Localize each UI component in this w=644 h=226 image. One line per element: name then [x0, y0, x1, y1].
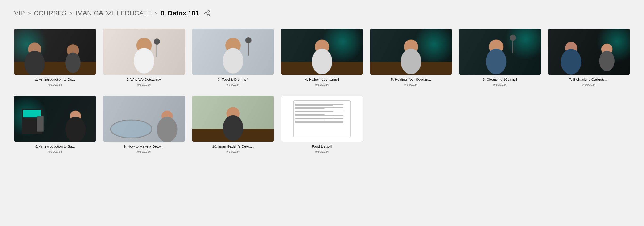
pdf-line — [295, 111, 332, 112]
pdf-line — [295, 120, 324, 120]
breadcrumb-sep-2: > — [69, 10, 72, 17]
thumbnail-9 — [103, 96, 185, 142]
pdf-line — [295, 113, 344, 113]
list-item[interactable]: 9. How to Make a Detox... 5/16/2024 — [103, 96, 185, 153]
pdf-line — [295, 114, 324, 115]
list-item[interactable]: 2. Why We Detox.mp4 5/15/2024 — [103, 29, 185, 86]
item-date: 5/16/2024 — [315, 83, 329, 86]
list-item[interactable]: 1. An Introduction to De... 5/15/2024 — [14, 29, 96, 86]
pdf-line — [295, 105, 332, 106]
svg-line-3 — [206, 14, 208, 15]
pdf-icon — [294, 101, 350, 137]
thumbnail-3 — [192, 29, 274, 75]
list-item[interactable]: 8. An Introduction to Su... 5/16/2024 — [14, 96, 96, 153]
item-title: 9. How to Make a Detox... — [103, 144, 185, 149]
item-date: 5/15/2024 — [48, 83, 62, 86]
item-title: 6. Cleansing 101.mp4 — [459, 77, 541, 82]
item-title: 7. Biohacking Gadgets.... — [548, 77, 630, 82]
pdf-line — [295, 110, 344, 110]
share-icon[interactable] — [204, 10, 210, 17]
item-date: 5/16/2024 — [582, 83, 596, 86]
item-date: 5/15/2024 — [137, 83, 151, 86]
list-item[interactable]: Food List.pdf 5/16/2024 — [281, 96, 363, 153]
pdf-line — [295, 104, 344, 105]
pdf-line — [295, 122, 344, 123]
thumbnail-5 — [370, 29, 452, 75]
pdf-thumbnail — [281, 96, 363, 142]
item-title: Food List.pdf — [281, 144, 363, 149]
breadcrumb: VIP > COURSES > IMAN GADZHI EDUCATE > 8.… — [14, 10, 630, 17]
item-date: 5/16/2024 — [404, 83, 418, 86]
pdf-line — [295, 117, 332, 117]
pdf-line — [295, 103, 344, 103]
thumbnail-10 — [192, 96, 274, 142]
breadcrumb-iman-educate[interactable]: IMAN GADZHI EDUCATE — [76, 10, 152, 17]
pdf-line — [295, 115, 344, 116]
item-title: 2. Why We Detox.mp4 — [103, 77, 185, 82]
list-item[interactable]: 6. Cleansing 101.mp4 5/16/2024 — [459, 29, 541, 86]
item-date: 5/15/2024 — [226, 83, 240, 86]
pdf-line — [295, 108, 324, 109]
list-item[interactable]: 7. Biohacking Gadgets.... 5/16/2024 — [548, 29, 630, 86]
thumbnail-4 — [281, 29, 363, 75]
item-title: 1. An Introduction to De... — [14, 77, 96, 82]
thumbnail-1 — [14, 29, 96, 75]
thumbnail-8 — [14, 96, 96, 142]
list-item[interactable]: 10. Iman Gadzhi's Detox... 5/15/2024 — [192, 96, 274, 153]
item-title: 4. Hallucinogens.mp4 — [281, 77, 363, 82]
list-item[interactable]: 3. Food & Diet.mp4 5/15/2024 — [192, 29, 274, 86]
item-title: 3. Food & Diet.mp4 — [192, 77, 274, 82]
item-date: 5/16/2024 — [315, 150, 329, 153]
svg-line-4 — [206, 12, 208, 13]
item-date: 5/16/2024 — [137, 150, 151, 153]
item-title: 10. Iman Gadzhi's Detox... — [192, 144, 274, 149]
item-date: 5/15/2024 — [226, 150, 240, 153]
item-date: 5/16/2024 — [48, 150, 62, 153]
pdf-line — [295, 107, 344, 108]
breadcrumb-current: 8. Detox 101 — [160, 10, 199, 17]
item-title: 8. An Introduction to Su... — [14, 144, 96, 149]
breadcrumb-sep-1: > — [28, 10, 31, 17]
file-grid: 1. An Introduction to De... 5/15/2024 2.… — [14, 29, 630, 153]
pdf-line — [295, 121, 344, 122]
thumbnail-2 — [103, 29, 185, 75]
item-title: 5. Holding Your Seed.m... — [370, 77, 452, 82]
breadcrumb-sep-3: > — [154, 10, 158, 17]
list-item[interactable]: 4. Hallucinogens.mp4 5/16/2024 — [281, 29, 363, 86]
thumbnail-6 — [459, 29, 541, 75]
thumbnail-7 — [548, 29, 630, 75]
breadcrumb-vip[interactable]: VIP — [14, 10, 25, 17]
list-item[interactable]: 5. Holding Your Seed.m... 5/16/2024 — [370, 29, 452, 86]
pdf-line — [295, 118, 344, 119]
breadcrumb-courses[interactable]: COURSES — [34, 10, 66, 17]
item-date: 5/16/2024 — [493, 83, 507, 86]
